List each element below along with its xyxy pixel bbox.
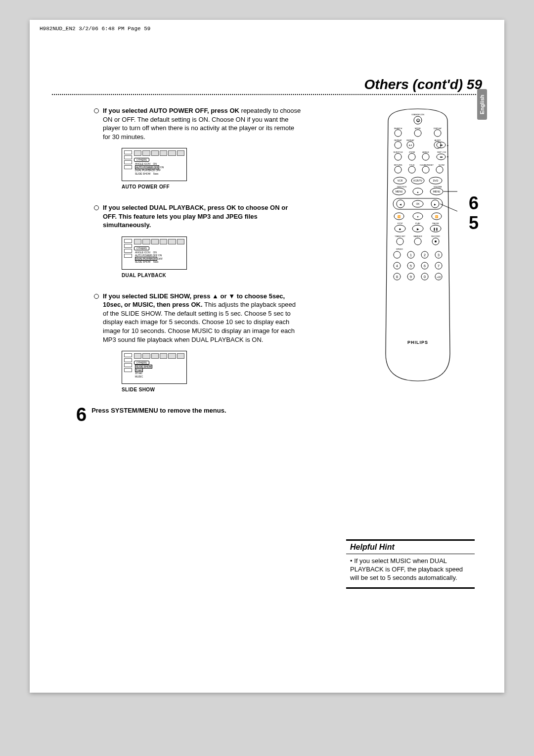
svg-text:▶: ▶	[434, 203, 436, 206]
svg-text:8: 8	[396, 275, 398, 279]
manual-page: H982NUD_EN2 3/2/06 6:48 PM Page 59 Other…	[30, 20, 504, 693]
up-icon: ▲	[212, 292, 219, 300]
svg-text:7: 7	[438, 264, 440, 268]
svg-text:SYSTEM: SYSTEM	[434, 186, 442, 188]
svg-text:❚❚: ❚❚	[433, 228, 438, 231]
svg-text:TIMER SET: TIMER SET	[395, 235, 405, 237]
svg-text:OK: OK	[416, 202, 420, 205]
hint-title: Helpful Hint	[346, 541, 475, 554]
helpful-hint-box: Helpful Hint • If you select MUSIC when …	[346, 539, 475, 589]
svg-text:▲: ▲	[446, 143, 449, 146]
svg-text:4: 4	[396, 264, 398, 268]
callout-6: 6	[469, 193, 479, 214]
caption-slide-show: SLIDE SHOW	[122, 387, 302, 392]
svg-text:PLAY: PLAY	[415, 222, 420, 225]
figure-dual-playback: OTHERS ANGLE ICON ON AUTO POWER OFF ON D…	[122, 236, 187, 270]
step-number-6: 6	[76, 406, 87, 423]
svg-text:⏭: ⏭	[440, 143, 443, 146]
svg-text:PHILIPS: PHILIPS	[407, 340, 428, 345]
svg-text:VCR/TV: VCR/TV	[413, 179, 423, 182]
svg-text:MODE: MODE	[415, 127, 421, 130]
callout-5: 5	[469, 213, 479, 234]
svg-text:ZOOM: ZOOM	[409, 151, 415, 153]
svg-text:⏻: ⏻	[416, 118, 420, 123]
svg-text:A-B: A-B	[409, 144, 412, 146]
figure-auto-power-off: OTHERS ANGLE ICON ON AUTO POWER OFF ON D…	[122, 148, 187, 181]
section-slide-show: If you selected SLIDE SHOW, press ▲ or ▼…	[94, 292, 302, 344]
svg-text:0: 0	[424, 275, 426, 279]
caption-auto-power-off: AUTO POWER OFF	[122, 184, 302, 189]
svg-text:DVD: DVD	[433, 179, 439, 182]
svg-text:SLOW: SLOW	[439, 164, 445, 166]
bullet-icon	[94, 108, 99, 113]
svg-text:PAUSE: PAUSE	[432, 222, 439, 225]
page-title: Others (cont'd) 59	[364, 77, 482, 93]
svg-text:1: 1	[410, 253, 412, 257]
sec2-bold: If you selected DUAL PLAYBACK, press OK …	[103, 204, 288, 229]
section-auto-power-off: If you selected AUTO POWER OFF, press OK…	[94, 106, 302, 141]
svg-text:◀: ◀	[400, 203, 401, 206]
svg-text:⏪: ⏪	[398, 215, 401, 219]
svg-point-81	[435, 240, 437, 242]
content-column: If you selected AUTO POWER OFF, press OK…	[94, 106, 302, 423]
svg-text:2: 2	[424, 253, 426, 257]
svg-text:STOP: STOP	[398, 222, 403, 225]
remote-control: STANDBY-ON ⏻ SEARCH MODE DISPLAY REPEAT …	[378, 106, 457, 383]
svg-text:RETURN: RETURN	[394, 164, 402, 166]
step6-text: Press SYSTEM/MENU to remove the menus.	[91, 407, 226, 414]
svg-text:RECORD: RECORD	[431, 235, 440, 237]
svg-text:DISPLAY: DISPLAY	[434, 127, 442, 130]
svg-text:ANGLE: ANGLE	[422, 151, 429, 153]
svg-text:■: ■	[399, 228, 401, 231]
svg-text:REPEAT: REPEAT	[406, 139, 414, 142]
print-header: H982NUD_EN2 3/2/06 6:48 PM Page 59	[40, 26, 150, 32]
svg-text:⏩: ⏩	[435, 215, 439, 219]
language-tab: English	[477, 89, 487, 120]
step-6: 6 Press SYSTEM/MENU to remove the menus.	[94, 406, 302, 423]
sec1-bold: If you selected AUTO POWER OFF, press OK	[103, 107, 239, 114]
bullet-icon	[94, 294, 99, 299]
svg-text:DISC/VCR: DISC/VCR	[397, 186, 406, 188]
svg-text:▼: ▼	[446, 155, 449, 158]
hint-bullet-icon: •	[350, 557, 353, 565]
svg-text:3: 3	[438, 253, 440, 257]
section-dual-playback: If you selected DUAL PLAYBACK, press OK …	[94, 203, 302, 230]
figure-slide-show: OTHERS SLIDE SHOW 5 sec 10 sec MUSIC	[122, 351, 187, 384]
down-icon: ▼	[228, 292, 235, 300]
svg-text:SEARCH: SEARCH	[394, 127, 402, 130]
svg-text:MENU: MENU	[433, 190, 441, 193]
title-divider	[52, 94, 482, 96]
svg-text:+10: +10	[437, 276, 441, 279]
svg-text:▲: ▲	[417, 190, 419, 193]
svg-text:⏮: ⏮	[440, 155, 443, 158]
sec3-bold1: If you selected SLIDE SHOW, press	[103, 292, 212, 300]
svg-text:SKIP / CH: SKIP / CH	[437, 151, 446, 153]
svg-text:AUDIO: AUDIO	[435, 139, 441, 142]
svg-text:TITLE: TITLE	[409, 164, 415, 166]
svg-text:MARKER: MARKER	[413, 235, 422, 237]
hint-text: If you select MUSIC when DUAL PLAYBACK i…	[350, 557, 463, 581]
caption-dual-playback: DUAL PLAYBACK	[122, 273, 302, 278]
bullet-icon	[94, 205, 99, 210]
svg-text:MENU: MENU	[396, 190, 403, 193]
svg-text:6: 6	[424, 264, 426, 268]
svg-text:STANDBY-ON: STANDBY-ON	[411, 113, 424, 116]
svg-text:▶: ▶	[417, 228, 419, 231]
svg-text:CLEAR/RESET: CLEAR/RESET	[420, 164, 434, 166]
svg-text:REPEAT: REPEAT	[394, 139, 402, 142]
svg-text:SPEED: SPEED	[396, 248, 403, 250]
svg-text:VCR: VCR	[398, 179, 403, 182]
svg-text:SUBTITLE: SUBTITLE	[393, 151, 402, 153]
svg-text:9: 9	[410, 275, 412, 279]
svg-text:5: 5	[410, 264, 412, 268]
svg-text:▼: ▼	[417, 215, 419, 218]
